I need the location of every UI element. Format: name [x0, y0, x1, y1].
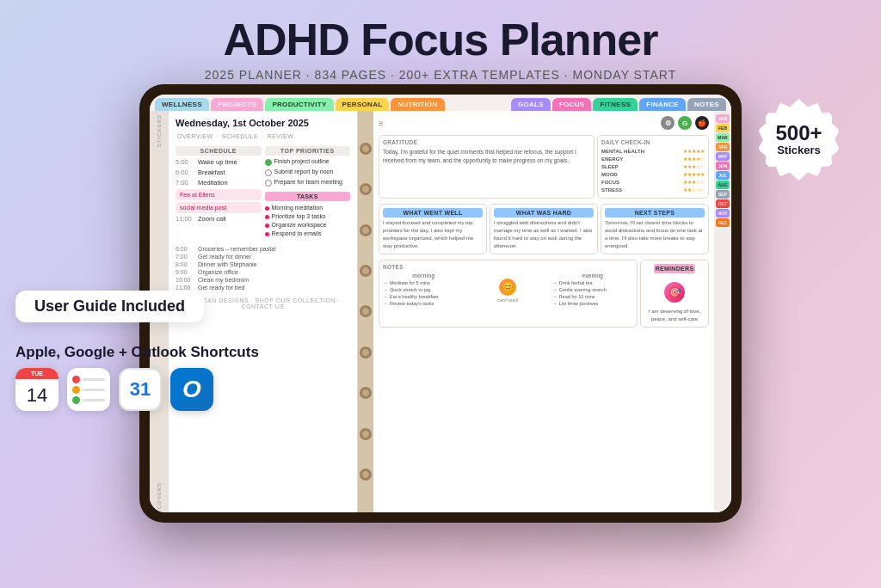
ring-binder	[358, 111, 373, 512]
was-hard-title: WHAT WAS HARD	[494, 208, 594, 217]
tab-finance[interactable]: FINANCE	[639, 98, 686, 111]
tab-projects[interactable]: PROJECTS	[211, 98, 264, 111]
cant-wait-label: can't wait!	[497, 297, 518, 303]
ring	[360, 224, 372, 236]
stickers-count: 500+	[775, 123, 822, 144]
notes-box: NOTES morning →Meditate for 5 mins →Quic…	[379, 260, 638, 328]
next-steps-box: NEXT STEPS Tomorrow, I'll set clearer ti…	[601, 204, 709, 254]
gcal-number: 31	[130, 378, 151, 401]
month-nov[interactable]: NOV	[716, 209, 730, 217]
month-sep[interactable]: SEP	[716, 190, 730, 199]
month-oct[interactable]: OCT	[716, 199, 730, 208]
schedule-label: SCHEDULE	[176, 146, 262, 156]
tab-goals[interactable]: GOALS	[511, 98, 551, 111]
reminders-app-icon	[67, 368, 110, 411]
calendar-date: 14	[15, 379, 59, 411]
reminders-title: REMINDERS	[654, 264, 696, 273]
month-jun[interactable]: JUN	[716, 162, 730, 170]
tasks-section: Morning meditation Prioritize top 3 task…	[265, 205, 351, 236]
stickers-label: Stickers	[777, 144, 821, 156]
user-guide-label: User Guide Included	[15, 291, 204, 322]
right-page: ≡ ⚙ G 🍎 GRATITUDE Today, I'm grateful fo…	[373, 111, 714, 512]
tab-focus[interactable]: FOCUS	[552, 98, 592, 111]
ring	[360, 305, 372, 317]
month-may[interactable]: MAY	[716, 152, 730, 161]
tab-fitness[interactable]: FITNESS	[593, 98, 638, 111]
stickers-sidebar-label: STICKERS	[157, 114, 162, 147]
went-well-text: I stayed focused and completed my top pr…	[383, 219, 483, 250]
priorities-label: TOP PRIORITIES	[265, 146, 351, 156]
gratitude-text: Today, I'm grateful for the quiet moment…	[383, 148, 590, 165]
planner-date: Wednesday, 1st October 2025	[176, 118, 350, 128]
tab-nutrition[interactable]: NUTRITION	[391, 98, 444, 111]
gratitude-title: GRATITUDE	[383, 139, 590, 145]
next-steps-text: Tomorrow, I'll set clearer time blocks t…	[605, 219, 705, 250]
covers-sidebar-label: COVERS	[157, 482, 162, 509]
month-aug[interactable]: AUG	[716, 181, 730, 189]
apple-icon[interactable]: 🍎	[695, 116, 709, 130]
outlook-icon: O	[170, 368, 213, 411]
tasks-label: TASKS	[265, 192, 351, 201]
google-icon[interactable]: G	[678, 116, 692, 130]
went-well-box: WHAT WENT WELL I stayed focused and comp…	[379, 204, 487, 254]
month-dec[interactable]: DEC	[716, 218, 730, 227]
morning-title: morning	[383, 273, 464, 279]
emoji-icon: 😊	[499, 279, 516, 296]
ring	[360, 469, 372, 481]
checkin-box: DAILY CHECK-IN MENTAL HEALTH★★★★★ ENERGY…	[597, 135, 709, 199]
ring	[360, 265, 372, 277]
month-jul[interactable]: JUL	[716, 171, 730, 180]
month-feb[interactable]: FEB	[716, 124, 730, 132]
tab-wellness[interactable]: WELLNESS	[155, 98, 209, 111]
page-title: ADHD Focus Planner	[0, 15, 881, 64]
shortcuts-section: Apple, Google + Outlook Shortcuts TUE 14	[15, 344, 259, 411]
reminder-text: I am deserving of love, peace, and self-…	[644, 308, 705, 323]
planner-tabs[interactable]: WELLNESS PROJECTS PRODUCTIVITY PERSONAL …	[150, 95, 731, 111]
notes-title: NOTES	[383, 264, 633, 270]
planner-nav: OVERVIEW·SCHEDULE·REVIEW	[176, 133, 350, 139]
user-guide-text: User Guide Included	[34, 297, 185, 315]
gratitude-box: GRATITUDE Today, I'm grateful for the qu…	[379, 135, 595, 199]
ring	[360, 143, 372, 155]
next-steps-title: NEXT STEPS	[605, 208, 705, 217]
was-hard-text: I struggled with distractions and didn't…	[494, 219, 594, 250]
reminder-icon: 🎯	[664, 282, 685, 303]
outlook-letter: O	[182, 376, 201, 403]
tab-personal[interactable]: PERSONAL	[336, 98, 390, 111]
month-apr[interactable]: APR	[716, 143, 730, 151]
checkin-title: DAILY CHECK-IN	[601, 139, 705, 145]
menu-icon[interactable]: ≡	[379, 119, 384, 128]
went-well-title: WHAT WENT WELL	[383, 208, 483, 217]
tab-notes[interactable]: NOTES	[687, 98, 726, 111]
app-icons-header: ⚙ G 🍎	[661, 116, 709, 130]
settings-icon[interactable]: ⚙	[661, 116, 675, 130]
was-hard-box: WHAT WAS HARD I struggled with distracti…	[490, 204, 598, 254]
shortcuts-title: Apple, Google + Outlook Shortcuts	[15, 344, 259, 361]
ring	[360, 428, 372, 440]
google-calendar-icon: 31	[119, 368, 162, 411]
ring	[360, 346, 372, 358]
page-subtitle: 2025 PLANNER · 834 PAGES · 200+ EXTRA TE…	[0, 68, 881, 82]
ring	[360, 183, 372, 195]
apple-calendar-icon: TUE 14	[15, 368, 59, 411]
ring	[360, 387, 372, 399]
schedule-table: 5:00Wake up time 6:00Breakfast 7:00Medit…	[176, 158, 262, 223]
priorities-section: Finish project outline Submit report by …	[265, 158, 351, 187]
evening-title: evening	[552, 273, 633, 279]
month-mar[interactable]: MAR	[716, 133, 730, 142]
tab-productivity[interactable]: PRODUCTIVITY	[265, 98, 333, 111]
month-jan[interactable]: JAN	[716, 114, 730, 123]
app-icons-row: TUE 14 31 O	[15, 368, 259, 411]
reminders-box: REMINDERS 🎯 I am deserving of love, peac…	[640, 260, 709, 328]
month-tabs[interactable]: JAN FEB MAR APR MAY JUN JUL AUG SEP OCT …	[714, 111, 731, 512]
